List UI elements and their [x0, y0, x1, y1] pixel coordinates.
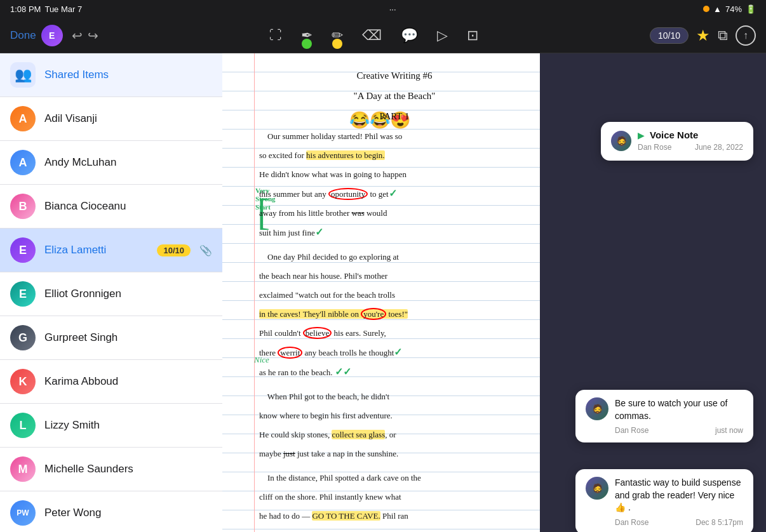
label-andy: Andy McLuhan: [44, 156, 212, 169]
comment-text-1: Be sure to watch your use of commas.: [615, 397, 743, 422]
highlight-adventures: his adventures to begin.: [306, 150, 384, 160]
circle-werrit: werrit: [278, 347, 302, 359]
highlight-glass: collect sea glass: [332, 430, 385, 439]
avatar-karima: K: [10, 369, 36, 394]
status-dots: ···: [389, 4, 396, 14]
doc-paragraph2: One day Phil decided to go exploring at …: [259, 248, 530, 382]
doc-title2: "A Day at the Beach": [259, 86, 530, 105]
score-badge: 10/10: [650, 27, 689, 44]
toolbar-right: 10/10 ★ ⧉ ↑: [650, 25, 756, 46]
sidebar-item-shared[interactable]: 👥 Shared Items: [0, 53, 222, 97]
comment-meta-1: Dan Rose just now: [615, 426, 743, 435]
avatar-peter: PW: [10, 500, 36, 526]
toolbar-center: ⛶ ✒ ✏ ⌫ 💬 ▷ ⊡: [106, 25, 642, 46]
play-icon[interactable]: ▶: [638, 130, 645, 140]
voice-meta: Dan Rose June 28, 2022: [638, 143, 743, 152]
network-indicator: [703, 6, 709, 12]
toolbar-left: Done E ↩ ↪: [10, 25, 98, 46]
star-icon[interactable]: ★: [696, 27, 710, 44]
sidebar-item-michelle[interactable]: M Michelle Saunders: [0, 448, 222, 491]
check3: ✓: [394, 347, 402, 357]
comment-row-2: 🧔 Fantastic way to build suspense and gr…: [586, 477, 743, 527]
doc-paragraph4: In the distance, Phil spotted a dark cav…: [259, 469, 530, 532]
circle-youre: you're: [361, 308, 386, 320]
circle-oportunity: oportunity: [328, 188, 368, 200]
shared-items-label: Shared Items: [44, 69, 212, 81]
highlight-cave: GO TO THE CAVE.: [312, 511, 380, 521]
sidebar-item-eliza[interactable]: E Eliza Lametti 10/10 📎: [0, 229, 222, 272]
label-eliza: Eliza Lametti: [44, 244, 148, 256]
score-badge-eliza: 10/10: [157, 244, 191, 256]
document-area[interactable]: 😂😂😍 VeryStrongStart [ Nice Creative Writ…: [222, 53, 766, 532]
doc-title1: Creative Writing #6: [259, 66, 530, 85]
status-bar: 1:08 PM Tue Mar 7 ··· ▲ 74% 🔋: [0, 0, 766, 18]
strikethrough-just: just: [283, 449, 295, 458]
avatar-adil: A: [10, 106, 36, 131]
user-avatar-toolbar[interactable]: E: [41, 25, 63, 46]
redo-button[interactable]: ↪: [88, 28, 98, 43]
avatar-elliot: E: [10, 281, 36, 307]
comment-bubble-1[interactable]: 🧔 Be sure to watch your use of commas. D…: [575, 390, 753, 442]
voice-note-title: Voice Note: [650, 130, 698, 140]
comment-avatar-1: 🧔: [586, 397, 608, 420]
status-time: 1:08 PM: [10, 4, 41, 14]
status-bar-right: ▲ 74% 🔋: [703, 4, 756, 14]
avatar-andy: A: [10, 150, 36, 175]
status-day: Tue Mar 7: [44, 4, 82, 14]
layers-icon[interactable]: ⧉: [718, 27, 728, 44]
voice-date: June 28, 2022: [695, 143, 743, 152]
label-michelle: Michelle Saunders: [44, 463, 212, 475]
sidebar-item-adil[interactable]: A Adil Visanji: [0, 97, 222, 141]
done-button[interactable]: Done: [10, 29, 36, 42]
share-button[interactable]: ↑: [736, 25, 756, 46]
battery-icon: 🔋: [746, 4, 756, 14]
label-karima: Karima Abboud: [44, 375, 212, 388]
sidebar-item-karima[interactable]: K Karima Abboud: [0, 360, 222, 404]
sidebar-item-lizzy[interactable]: L Lizzy Smith: [0, 404, 222, 448]
comment-text-2: Fantastic way to build suspense and grab…: [615, 477, 743, 514]
voice-header: ▶ Voice Note: [638, 130, 743, 140]
check1: ✓: [389, 188, 397, 199]
play-audio-icon[interactable]: ▷: [433, 25, 452, 46]
sidebar: 👥 Shared Items A Adil Visanji A Andy McL…: [0, 53, 222, 532]
expand-icon[interactable]: ⛶: [265, 25, 286, 45]
sidebar-item-gurpreet[interactable]: G Gurpreet Singh: [0, 316, 222, 360]
sidebar-item-andy[interactable]: A Andy McLuhan: [0, 141, 222, 185]
pen-tool-wrapper: ✒: [297, 27, 316, 44]
doc-paragraph1: Our summer holiday started! Phil was so …: [259, 127, 530, 243]
text-box-icon[interactable]: ⊡: [463, 25, 482, 46]
paperclip-icon: 📎: [199, 244, 212, 256]
comment-bubble-2[interactable]: 🧔 Fantastic way to build suspense and gr…: [575, 469, 753, 532]
sidebar-item-bianca[interactable]: B Bianca Cioceanu: [0, 185, 222, 229]
comment-icon[interactable]: 💬: [397, 25, 422, 46]
label-gurpreet: Gurpreet Singh: [44, 331, 212, 344]
avatar-eliza: E: [10, 237, 36, 263]
comment-author-1: Dan Rose: [615, 426, 648, 435]
wifi-icon: ▲: [713, 4, 722, 14]
voice-note-bubble[interactable]: 🧔 ▶ Voice Note Dan Rose June 28, 2022: [601, 122, 753, 161]
comment-avatar-2: 🧔: [586, 477, 608, 500]
strikethrough-was: was: [352, 208, 365, 218]
check4: ✓✓: [335, 366, 351, 377]
doc-paragraph3: When Phil got to the beach, he didn't kn…: [259, 387, 530, 463]
handwriting-content: Creative Writing #6 "A Day at the Beach"…: [222, 60, 540, 532]
comment-meta-2: Dan Rose Dec 8 5:17pm: [615, 518, 743, 527]
pen-color-indicator: [302, 39, 312, 49]
sidebar-item-peter[interactable]: PW Peter Wong: [0, 491, 222, 532]
comment-author-2: Dan Rose: [615, 518, 648, 527]
undo-button[interactable]: ↩: [72, 28, 83, 43]
label-bianca: Bianca Cioceanu: [44, 200, 212, 213]
doc-title3: PART 1: [259, 107, 530, 126]
comment-content-2: Fantastic way to build suspense and grab…: [615, 477, 743, 527]
check2: ✓: [315, 227, 323, 237]
shared-icon: 👥: [10, 62, 36, 88]
sidebar-item-elliot[interactable]: E Elliot Gronnigen: [0, 272, 222, 316]
comment-time-2: Dec 8 5:17pm: [695, 518, 743, 527]
pencil-color-indicator: [332, 39, 342, 49]
battery-level: 74%: [725, 4, 742, 14]
comment-time-1: just now: [715, 426, 743, 435]
label-lizzy: Lizzy Smith: [44, 419, 212, 432]
voice-note-avatar: 🧔: [611, 131, 631, 151]
eraser-icon[interactable]: ⌫: [358, 25, 386, 46]
toolbar: Done E ↩ ↪ ⛶ ✒ ✏ ⌫ 💬 ▷ ⊡ 10/10 ★ ⧉ ↑: [0, 18, 766, 53]
